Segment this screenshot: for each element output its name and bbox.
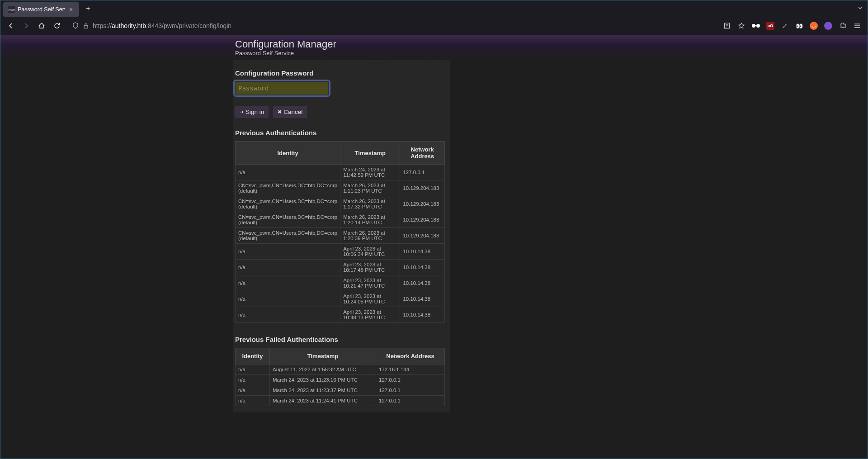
sign-in-button[interactable]: ➜ Sign in (235, 106, 269, 118)
cell-timestamp: March 26, 2023 at 1:20:39 PM UTC (340, 228, 400, 244)
address-bar[interactable]: https://authority.htb:8443/pwm/private/c… (68, 19, 716, 33)
tabs-dropdown-icon[interactable] (857, 5, 863, 11)
cell-identity: n/a (236, 375, 270, 385)
extensions-icon[interactable] (836, 19, 849, 33)
cell-address: 10.10.14.38 (400, 291, 445, 307)
cell-address: 10.10.14.38 (400, 244, 445, 260)
table-row: n/aAugust 11, 2022 at 1:56:32 AM UTC172.… (236, 364, 445, 375)
previous-auth-heading: Previous Authentications (233, 126, 450, 141)
table-row: CN=svc_pwm,CN=Users,DC=htb,DC=corp (defa… (236, 212, 445, 228)
cell-timestamp: March 24, 2023 at 11:23:37 PM UTC (270, 385, 376, 396)
main-panel: Configuration Password ➜ Sign in ✖ Cance… (233, 60, 450, 412)
tab-bar: pwm Password Self Service × + (0, 0, 868, 17)
back-button[interactable] (4, 19, 18, 33)
mask-extension-icon[interactable] (749, 19, 763, 33)
cell-identity: n/a (236, 385, 270, 396)
table-row: n/aApril 23, 2023 at 10:24:05 PM UTC10.1… (236, 291, 445, 307)
cell-timestamp: April 23, 2023 at 10:21:47 PM UTC (340, 275, 400, 291)
cell-timestamp: March 26, 2023 at 1:11:23 PM UTC (340, 180, 400, 196)
cell-timestamp: April 23, 2023 at 10:06:34 PM UTC (340, 244, 400, 260)
new-tab-button[interactable]: + (82, 2, 94, 15)
svg-rect-0 (84, 25, 88, 28)
close-tab-icon[interactable]: × (67, 6, 75, 13)
cell-timestamp: April 23, 2023 at 10:48:13 PM UTC (340, 307, 400, 323)
table-header-row: Identity Timestamp Network Address (236, 142, 445, 165)
app-subtitle: Password Self Service (235, 50, 294, 57)
cancel-label: Cancel (283, 109, 302, 115)
purple-extension-icon[interactable] (821, 19, 835, 33)
navigation-bar: https://authority.htb:8443/pwm/private/c… (0, 17, 868, 35)
url-text: https://authority.htb:8443/pwm/private/c… (93, 22, 231, 29)
ublock-extension-icon[interactable]: uO (764, 19, 777, 33)
browser-tab[interactable]: pwm Password Self Service × (3, 2, 79, 17)
cell-address: 127.0.0.1 (376, 385, 445, 396)
svg-point-5 (752, 24, 755, 28)
cell-timestamp: March 24, 2023 at 11:42:59 PM UTC (340, 165, 400, 180)
tab-title: Password Self Service (18, 6, 65, 13)
col-identity: Identity (236, 348, 270, 364)
table-row: n/aApril 23, 2023 at 10:21:47 PM UTC10.1… (236, 275, 445, 291)
reader-mode-icon[interactable] (720, 19, 734, 33)
table-row: CN=svc_pwm,CN=Users,DC=htb,DC=corp (defa… (236, 196, 445, 212)
reload-button[interactable] (50, 19, 64, 33)
cell-identity: n/a (236, 291, 340, 307)
cancel-button[interactable]: ✖ Cancel (273, 106, 307, 118)
table-row: n/aMarch 24, 2023 at 11:42:59 PM UTC127.… (236, 165, 445, 180)
eyes-extension-icon[interactable]: 👀 (793, 19, 806, 33)
cell-address: 10.10.14.38 (400, 307, 445, 323)
cancel-icon: ✖ (278, 109, 282, 115)
page-viewport: Configuration Manager Password Self Serv… (0, 35, 868, 459)
menu-icon[interactable] (850, 19, 864, 33)
favicon: pwm (8, 6, 15, 13)
url-domain: authority.htb (112, 22, 146, 29)
url-scheme: https:// (93, 22, 112, 29)
cell-address: 10.129.204.183 (400, 196, 445, 212)
fox-extension-icon[interactable]: 🦊 (807, 19, 821, 33)
cell-timestamp: August 11, 2022 at 1:56:32 AM UTC (270, 364, 376, 375)
cell-identity: n/a (236, 275, 340, 291)
col-address: Network Address (376, 348, 445, 364)
cell-identity: n/a (236, 260, 340, 275)
cell-timestamp: March 24, 2023 at 11:23:16 PM UTC (270, 375, 376, 385)
lock-icon (83, 23, 89, 29)
table-row: n/aMarch 24, 2023 at 11:24:41 PM UTC127.… (236, 396, 445, 406)
cell-identity: n/a (236, 244, 340, 260)
cell-address: 10.10.14.38 (400, 260, 445, 275)
cell-address: 10.129.204.183 (400, 212, 445, 228)
password-input[interactable] (235, 81, 329, 95)
cell-address: 10.129.204.183 (400, 228, 445, 244)
cell-address: 172.16.1.144 (376, 364, 445, 375)
cell-timestamp: March 26, 2023 at 1:20:14 PM UTC (340, 212, 400, 228)
cell-identity: CN=svc_pwm,CN=Users,DC=htb,DC=corp (defa… (236, 212, 340, 228)
table-row: n/aMarch 24, 2023 at 11:23:37 PM UTC127.… (236, 385, 445, 396)
cell-identity: CN=svc_pwm,CN=Users,DC=htb,DC=corp (defa… (236, 180, 340, 196)
cell-identity: n/a (236, 364, 270, 375)
cell-timestamp: April 23, 2023 at 10:17:48 PM UTC (340, 260, 400, 275)
cell-address: 127.0.0.1 (400, 165, 445, 180)
table-row: CN=svc_pwm,CN=Users,DC=htb,DC=corp (defa… (236, 228, 445, 244)
table-header-row: Identity Timestamp Network Address (236, 348, 445, 364)
wrench-extension-icon[interactable] (778, 19, 792, 33)
cell-address: 127.0.0.1 (376, 396, 445, 406)
table-row: n/aApril 23, 2023 at 10:48:13 PM UTC10.1… (236, 307, 445, 323)
col-address: Network Address (400, 142, 445, 165)
col-timestamp: Timestamp (340, 142, 400, 165)
cell-timestamp: March 26, 2023 at 1:17:32 PM UTC (340, 196, 400, 212)
cell-timestamp: April 23, 2023 at 10:24:05 PM UTC (340, 291, 400, 307)
url-path: :8443/pwm/private/config/login (146, 22, 231, 29)
app-header: Configuration Manager Password Self Serv… (0, 35, 868, 60)
previous-auth-table: Identity Timestamp Network Address n/aMa… (235, 141, 445, 323)
cell-identity: CN=svc_pwm,CN=Users,DC=htb,DC=corp (defa… (236, 228, 340, 244)
bookmark-icon[interactable] (735, 19, 748, 33)
cell-address: 10.10.14.38 (400, 275, 445, 291)
config-password-heading: Configuration Password (233, 66, 450, 81)
table-row: n/aApril 23, 2023 at 10:17:48 PM UTC10.1… (236, 260, 445, 275)
home-button[interactable] (35, 19, 48, 33)
signin-icon: ➜ (240, 109, 244, 115)
shield-icon (72, 22, 79, 29)
svg-point-6 (756, 24, 760, 28)
cell-identity: CN=svc_pwm,CN=Users,DC=htb,DC=corp (defa… (236, 196, 340, 212)
cell-address: 127.0.0.1 (376, 375, 445, 385)
app-title: Configuration Manager (235, 38, 336, 50)
forward-button[interactable] (19, 19, 33, 33)
